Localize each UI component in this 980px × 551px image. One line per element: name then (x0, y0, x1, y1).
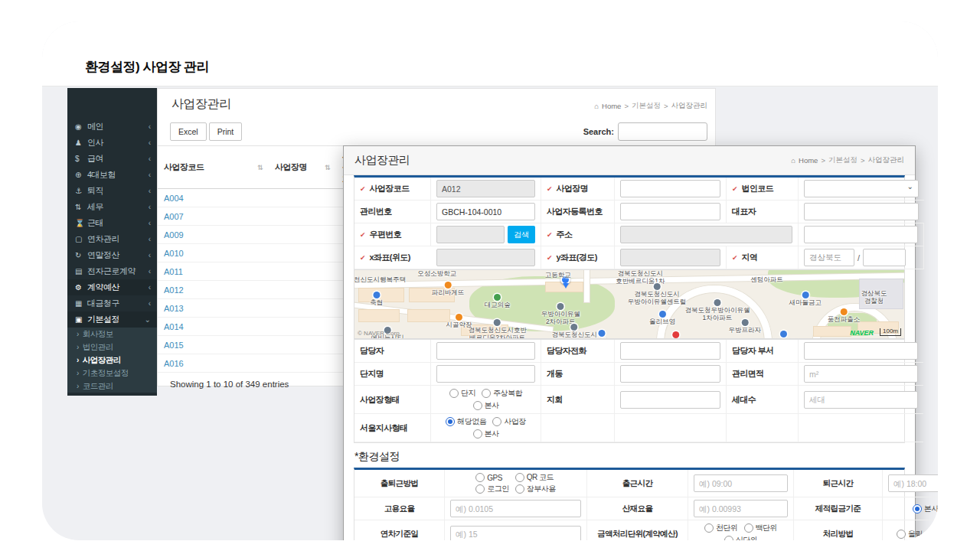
annual-leave-base-field[interactable] (450, 526, 581, 541)
sidebar-submenu-item[interactable]: › 기초정보설정 (67, 367, 157, 380)
breadcrumb-section[interactable]: 기본설정 (632, 101, 661, 111)
sidebar-item[interactable]: $ 급여 ‹ (67, 151, 157, 167)
list-toolbar: Excel Print Search: (158, 119, 715, 145)
slide-card: 환경설정) 사업장 관리 ◉ 메인 ‹ ♟ 인사 ‹ $ 급여 ‹ ⊕ (42, 21, 938, 540)
map-poi-label: 우방아이유쉘 2차아파트 (541, 303, 580, 326)
industrial-rate-field[interactable] (694, 500, 788, 517)
map-poi-label: 새마을금고 (789, 292, 822, 307)
building-block (359, 310, 399, 321)
region-province-field[interactable] (804, 249, 854, 266)
radio-option[interactable]: 본사 (913, 504, 938, 514)
sidebar-submenu-item[interactable]: › 코드관리 (67, 380, 157, 393)
management-number-field[interactable] (436, 203, 535, 220)
print-button[interactable]: Print (209, 122, 243, 141)
work-start-time-field[interactable] (694, 474, 788, 492)
sidebar-item[interactable]: ◉ 메인 ‹ (67, 119, 157, 135)
manager-field[interactable] (436, 342, 535, 360)
radio-label: 로그인 (487, 484, 509, 494)
worksite-code-link[interactable]: A007 (158, 212, 238, 221)
sidebar-item[interactable]: ▢ 연차관리 ‹ (67, 231, 157, 247)
household-count-field[interactable] (804, 391, 918, 409)
slide-title: 환경설정) 사업장 관리 (85, 58, 209, 76)
sidebar-item-label: 4대보험 (87, 169, 149, 181)
field-label: 제적립금기준 (799, 504, 877, 514)
worksite-code-link[interactable]: A004 (158, 194, 238, 203)
worksite-code-link[interactable]: A009 (158, 230, 238, 240)
business-reg-number-field[interactable] (620, 203, 720, 220)
excel-button[interactable]: Excel (170, 122, 207, 141)
dong-count-field[interactable] (620, 365, 720, 383)
field-label: y좌표(경도) (557, 252, 597, 263)
sidebar-item[interactable]: ⌛ 근태 ‹ (67, 215, 157, 231)
sidebar-item[interactable]: ⇅ 세무 ‹ (67, 199, 157, 215)
sidebar-item[interactable]: ⚓ 퇴직 ‹ (67, 183, 157, 199)
sort-icon[interactable]: ⇅ (253, 164, 263, 171)
latitude-field[interactable] (436, 249, 535, 266)
sidebar-item[interactable]: ⚙ 계약예산 ‹ (67, 279, 157, 295)
sidebar-item[interactable]: ⊕ 4대보험 ‹ (67, 167, 157, 183)
sidebar-submenu-item[interactable]: › 사업장관리 (67, 354, 157, 367)
sidebar-item[interactable]: ↻ 연말정산 ‹ (67, 247, 157, 263)
naver-map[interactable]: 이천신도시행복주택 오성소방학교 고등학교 경북도청신도시 호반베르디움1차 (354, 270, 905, 339)
radio-option[interactable]: 단지 (449, 388, 475, 399)
sidebar-submenu-item[interactable]: › 법인관리 (67, 341, 157, 354)
poi-marker-icon (494, 294, 501, 301)
radio-label: 본사 (485, 429, 499, 439)
radio-icon (475, 473, 485, 482)
sort-icon[interactable]: ⇅ (320, 164, 330, 171)
worksite-code-link[interactable]: A015 (158, 341, 238, 350)
radio-option[interactable]: 본사 (473, 400, 499, 411)
slide-header: 환경설정) 사업장 관리 (42, 21, 938, 86)
radio-icon (724, 536, 733, 540)
worksite-code-link[interactable]: A010 (158, 249, 238, 258)
env-settings-form: 출퇴근방법 GPSQR 코드로그인장부사용 출근시간 퇴근시간 고용요율 산재요… (354, 468, 905, 540)
radio-option[interactable]: 천단위 (704, 523, 738, 533)
radio-option[interactable]: 사업장 (492, 416, 526, 427)
breadcrumb-home[interactable]: Home (602, 102, 621, 110)
managed-area-field[interactable] (804, 365, 918, 383)
column-header[interactable]: 사업장코드 ⇅ (158, 146, 269, 188)
radio-option[interactable]: 반올림 (929, 529, 938, 540)
manager-dept-field[interactable] (804, 342, 918, 360)
radio-option[interactable]: 주상복합 (482, 388, 522, 399)
radio-option[interactable]: GPS (475, 473, 509, 482)
radio-option[interactable]: 해당없음 (446, 416, 486, 427)
worksite-code-link[interactable]: A011 (158, 267, 238, 276)
worksite-code-link[interactable]: A012 (158, 285, 238, 295)
radio-option[interactable]: 본사 (473, 429, 499, 439)
sidebar-submenu-item[interactable]: › 회사정보 (67, 328, 157, 341)
column-header[interactable]: 사업장명 ⇅ (269, 146, 336, 188)
sidebar-item[interactable]: ▦ 대금청구 ‹ (67, 295, 157, 311)
search-input[interactable] (618, 122, 707, 141)
worksite-name-field[interactable] (620, 180, 720, 197)
work-end-time-field[interactable] (888, 474, 938, 492)
radio-option[interactable]: 로그인 (475, 484, 509, 494)
branch-field[interactable] (620, 391, 720, 409)
manager-phone-field[interactable] (620, 342, 720, 360)
zipcode-field[interactable] (436, 226, 505, 243)
radio-option[interactable]: 올림 (897, 529, 923, 540)
submenu-item-label: 코드관리 (83, 381, 113, 392)
corp-code-select[interactable]: ⌄ (804, 180, 919, 197)
worksite-code-link[interactable]: A016 (158, 359, 238, 368)
zipcode-search-button[interactable]: 검색 (508, 226, 535, 243)
longitude-field[interactable] (620, 249, 720, 266)
ceo-field[interactable] (804, 203, 919, 220)
worksite-code-link[interactable]: A014 (158, 322, 238, 331)
region-city-field[interactable] (863, 249, 906, 266)
radio-option[interactable]: 백단위 (744, 523, 778, 533)
breadcrumb-section[interactable]: 기본설정 (828, 155, 858, 165)
radio-option[interactable]: 장부사용 (515, 484, 556, 494)
worksite-code-field[interactable] (436, 180, 535, 197)
worksite-code-link[interactable]: A013 (158, 304, 238, 313)
complex-name-field[interactable] (436, 365, 535, 383)
sidebar-item[interactable]: ▤ 전자근로계약 ‹ (67, 263, 157, 279)
address-field[interactable] (620, 226, 792, 243)
sidebar-item[interactable]: ♟ 인사 ‹ (67, 135, 157, 151)
radio-option[interactable]: 십단위 (724, 535, 758, 540)
breadcrumb-home[interactable]: Home (799, 156, 818, 165)
radio-option[interactable]: QR 코드 (515, 472, 556, 483)
sidebar-item[interactable]: ▣ 기본설정 ⌄ (67, 311, 157, 328)
employment-rate-field[interactable] (450, 500, 581, 517)
address-detail-field[interactable] (804, 226, 918, 243)
